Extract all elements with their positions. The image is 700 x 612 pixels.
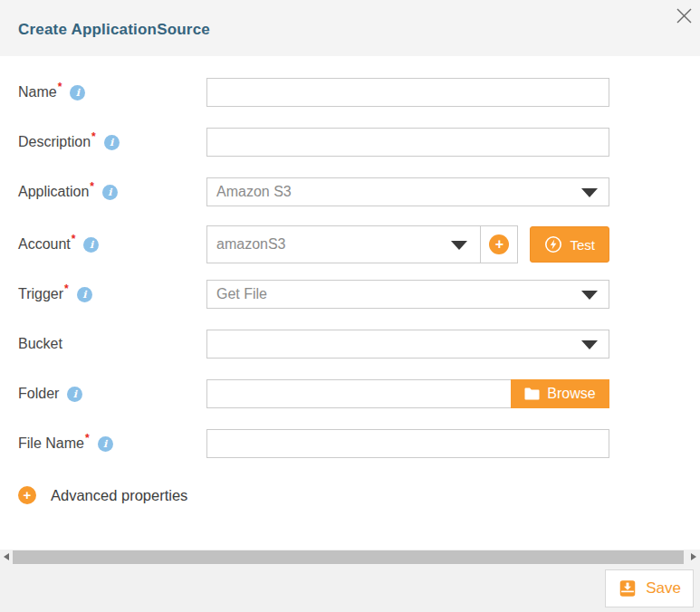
required-marker: * <box>72 233 76 245</box>
field-row-description: Description* i <box>18 128 682 157</box>
field-row-file-name: File Name* i <box>18 429 682 458</box>
info-icon[interactable]: i <box>104 135 120 150</box>
description-label: Description <box>18 134 91 150</box>
chevron-down-icon <box>581 340 598 349</box>
close-button[interactable] <box>673 5 695 26</box>
scroll-right-arrow-icon[interactable] <box>691 553 696 560</box>
dialog-header: Create ApplicationSource <box>0 0 700 56</box>
folder-label: Folder <box>18 386 59 402</box>
folder-label-cell: Folder i <box>18 386 206 402</box>
description-input[interactable] <box>206 128 609 157</box>
description-field-cell <box>206 128 609 157</box>
application-label-cell: Application* i <box>18 184 206 200</box>
test-button-label: Test <box>570 237 595 253</box>
add-account-button[interactable]: + <box>481 226 517 263</box>
folder-field-cell: Browse <box>206 379 609 408</box>
name-label-cell: Name* i <box>18 84 206 100</box>
required-marker: * <box>91 130 96 143</box>
field-row-name: Name* i <box>18 78 682 107</box>
test-button[interactable]: Test <box>530 226 609 263</box>
plus-icon: + <box>489 234 509 254</box>
name-input[interactable] <box>206 78 609 107</box>
info-icon[interactable]: i <box>67 387 82 402</box>
trigger-select[interactable]: Get File <box>206 280 609 309</box>
description-label-cell: Description* i <box>18 134 206 150</box>
required-marker: * <box>58 81 62 93</box>
dialog-footer: Save <box>0 565 700 612</box>
advanced-properties-label: Advanced properties <box>51 487 187 504</box>
account-label: Account <box>18 236 71 253</box>
save-icon <box>618 579 638 598</box>
horizontal-scrollbar[interactable] <box>0 550 700 565</box>
field-row-application: Application* i Amazon S3 <box>18 177 682 206</box>
account-label-cell: Account* i <box>18 236 206 253</box>
application-select[interactable]: Amazon S3 <box>206 177 609 206</box>
save-button[interactable]: Save <box>605 569 694 607</box>
field-row-trigger: Trigger* i Get File <box>18 280 682 309</box>
bucket-label: Bucket <box>18 336 62 352</box>
file-name-input[interactable] <box>206 429 609 458</box>
create-applicationsource-dialog: Create ApplicationSource Name* i Descrip… <box>0 0 700 612</box>
info-icon[interactable]: i <box>102 185 118 200</box>
field-row-folder: Folder i Browse <box>18 379 682 408</box>
chevron-down-icon <box>581 188 598 197</box>
trigger-select-value: Get File <box>207 286 267 302</box>
required-marker: * <box>85 432 90 445</box>
browse-button-label: Browse <box>547 386 595 402</box>
account-combo: amazonS3 + <box>206 225 518 263</box>
info-icon[interactable]: i <box>98 436 113 452</box>
plus-icon: + <box>18 486 36 504</box>
info-icon[interactable]: i <box>70 85 85 100</box>
file-name-label: File Name <box>18 435 84 452</box>
account-select[interactable]: amazonS3 <box>207 226 480 263</box>
name-label: Name <box>18 84 57 100</box>
account-select-value: amazonS3 <box>207 236 286 253</box>
name-field-cell <box>206 78 609 107</box>
application-select-value: Amazon S3 <box>207 184 292 200</box>
folder-icon <box>524 387 540 400</box>
application-label: Application <box>18 184 89 200</box>
application-field-cell: Amazon S3 <box>206 177 609 206</box>
trigger-field-cell: Get File <box>206 280 609 309</box>
required-marker: * <box>64 282 69 295</box>
field-row-bucket: Bucket <box>18 330 682 359</box>
dialog-title: Create ApplicationSource <box>18 21 210 39</box>
info-icon[interactable]: i <box>77 287 92 302</box>
trigger-label-cell: Trigger* i <box>18 286 206 302</box>
browse-button[interactable]: Browse <box>511 379 609 408</box>
required-marker: * <box>90 180 94 193</box>
advanced-properties-toggle[interactable]: + Advanced properties <box>18 485 187 505</box>
save-button-label: Save <box>646 579 681 598</box>
info-icon[interactable]: i <box>83 237 99 253</box>
close-icon <box>676 7 693 24</box>
bucket-label-cell: Bucket <box>18 336 206 352</box>
bucket-select[interactable] <box>206 330 609 359</box>
trigger-label: Trigger <box>18 286 63 302</box>
file-name-field-cell <box>206 429 609 458</box>
chevron-down-icon <box>581 291 598 300</box>
scroll-left-arrow-icon[interactable] <box>4 553 9 560</box>
account-field-cell: amazonS3 + Test <box>206 225 609 263</box>
scrollbar-thumb[interactable] <box>13 550 684 564</box>
lightning-icon <box>544 235 562 253</box>
field-row-account: Account* i amazonS3 + Test <box>18 225 682 263</box>
bucket-field-cell <box>206 330 609 359</box>
file-name-label-cell: File Name* i <box>18 435 206 452</box>
chevron-down-icon <box>451 241 467 250</box>
